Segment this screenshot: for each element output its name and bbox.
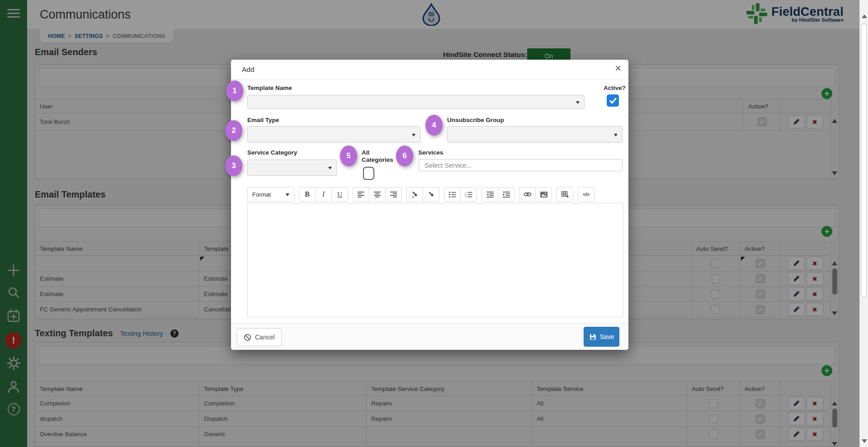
format-dropdown[interactable]: Format xyxy=(247,187,294,202)
code-view-icon: </> xyxy=(583,192,589,197)
step-badge-2: 2 xyxy=(225,120,242,141)
all-categories-label: All Categories xyxy=(362,149,400,164)
bullet-list-icon xyxy=(449,192,456,198)
save-label: Save xyxy=(600,333,614,340)
unsubscribe-group-select[interactable] xyxy=(447,126,623,143)
scroll-down-icon[interactable] xyxy=(862,439,867,443)
close-icon[interactable]: × xyxy=(615,62,621,75)
modal-header: Add × xyxy=(231,60,628,80)
align-right-icon xyxy=(390,192,397,198)
chevron-down-icon xyxy=(286,193,289,196)
modal-footer: Cancel Save xyxy=(231,323,628,350)
email-type-label: Email Type xyxy=(247,117,279,123)
italic-icon: I xyxy=(322,190,325,198)
step-badge-3: 3 xyxy=(225,155,242,176)
outdent-button[interactable] xyxy=(481,187,498,202)
active-checkbox[interactable] xyxy=(607,94,619,107)
format-painter-icon xyxy=(411,191,419,198)
template-name-label: Template Name xyxy=(247,85,292,91)
save-button[interactable]: Save xyxy=(584,327,619,347)
align-right-button[interactable] xyxy=(385,187,402,202)
image-icon xyxy=(540,192,547,198)
unsubscribe-group-label: Unsubscribe Group xyxy=(447,117,504,123)
editor-content[interactable] xyxy=(247,203,623,317)
cancel-button[interactable]: Cancel xyxy=(237,328,282,346)
template-name-select[interactable] xyxy=(247,95,585,109)
services-label: Services xyxy=(418,149,443,156)
link-icon xyxy=(524,192,532,197)
scroll-up-icon[interactable] xyxy=(862,14,867,18)
step-badge-6: 6 xyxy=(396,146,413,166)
all-categories-checkbox[interactable] xyxy=(363,167,374,180)
bold-icon: B xyxy=(305,190,310,198)
bold-button[interactable]: B xyxy=(299,187,316,202)
page-scroll-thumb[interactable] xyxy=(861,24,867,297)
image-button[interactable] xyxy=(535,187,552,202)
page-scrollbar xyxy=(859,0,868,447)
active-label: Active? xyxy=(604,85,626,91)
align-center-icon xyxy=(374,192,381,198)
numbered-list-icon: 123 xyxy=(465,192,472,198)
service-category-select[interactable] xyxy=(247,160,337,176)
chevron-down-icon xyxy=(412,134,415,136)
editor-toolbar: Format B I U xyxy=(247,187,623,202)
indent-button[interactable] xyxy=(498,187,514,202)
svg-text:3: 3 xyxy=(465,196,467,198)
save-icon xyxy=(589,333,597,341)
step-badge-5: 5 xyxy=(340,146,357,166)
modal-title: Add xyxy=(242,60,255,80)
align-center-button[interactable] xyxy=(369,187,386,202)
indent-icon xyxy=(503,192,510,198)
numbered-list-button[interactable]: 123 xyxy=(460,187,477,202)
service-category-label: Service Category xyxy=(247,149,297,156)
code-view-button[interactable]: </> xyxy=(578,187,594,202)
step-badge-1: 1 xyxy=(226,80,243,101)
chevron-down-icon xyxy=(576,101,580,104)
align-left-button[interactable] xyxy=(353,187,369,202)
bullet-list-button[interactable] xyxy=(444,187,461,202)
chevron-down-icon xyxy=(614,134,618,136)
italic-button[interactable]: I xyxy=(315,187,332,202)
check-icon xyxy=(609,97,617,105)
services-input[interactable] xyxy=(419,159,623,171)
format-painter-button[interactable] xyxy=(406,187,423,202)
insert-table-button[interactable] xyxy=(557,187,573,202)
format-dropdown-label: Format xyxy=(252,191,271,198)
remove-format-button[interactable] xyxy=(423,187,439,202)
cancel-icon xyxy=(244,334,251,341)
chevron-down-icon xyxy=(328,167,332,169)
step-badge-4: 4 xyxy=(425,115,443,136)
remove-format-icon xyxy=(428,191,435,198)
underline-button[interactable]: U xyxy=(331,187,348,202)
add-template-modal: Add × 1 2 3 4 5 6 Template Name Active? … xyxy=(231,60,628,350)
outdent-icon xyxy=(486,192,494,198)
table-icon xyxy=(561,191,569,198)
link-button[interactable] xyxy=(519,187,536,202)
email-type-select[interactable] xyxy=(247,126,420,143)
underline-icon: U xyxy=(337,191,342,198)
align-left-icon xyxy=(358,192,364,198)
cancel-label: Cancel xyxy=(255,334,275,341)
